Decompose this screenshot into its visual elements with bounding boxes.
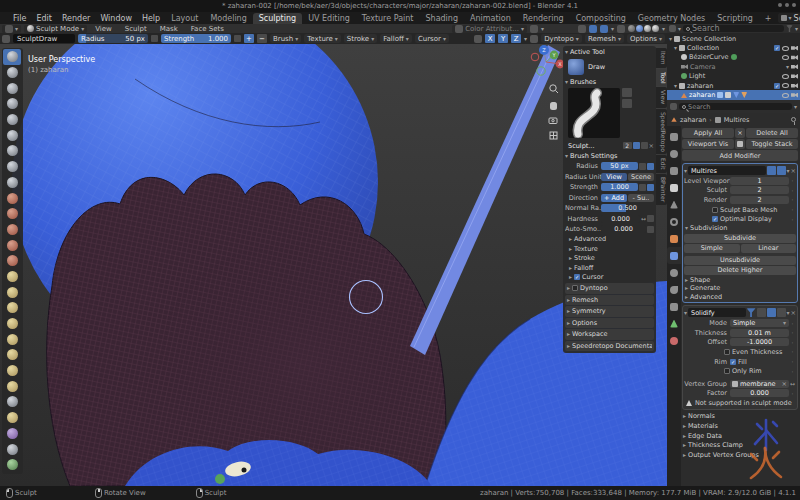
properties-editor-icon[interactable] xyxy=(670,103,677,110)
brush-name-input[interactable]: Sculpt... xyxy=(565,142,622,150)
workspace-tab-layout[interactable]: Layout xyxy=(165,13,204,24)
eye-icon[interactable] xyxy=(782,74,789,79)
overlays-toggle-icon[interactable] xyxy=(600,25,608,33)
cursor-collapsed-panel[interactable]: ▸✓Cursor xyxy=(565,273,654,283)
brush-snake-hook-icon[interactable] xyxy=(3,300,21,316)
outliner-row-beziercurve[interactable]: BézierCurve xyxy=(667,53,800,62)
output-vertex-groups-collapsed-panel[interactable]: ▸Output Vertex Groups xyxy=(682,450,798,460)
remesh-dropdown[interactable]: Remesh▾ xyxy=(585,34,624,43)
optimal-display-checkbox[interactable]: ✓ xyxy=(712,216,718,222)
shading-wireframe-icon[interactable] xyxy=(628,25,635,32)
solidify-remove-icon[interactable]: × xyxy=(791,309,796,317)
texture-collapsed-panel[interactable]: ▸Texture xyxy=(565,244,654,254)
add-modifier-button[interactable]: Add Modifier xyxy=(682,150,798,161)
window-controls[interactable] xyxy=(778,3,796,7)
camera-toggle-icon[interactable] xyxy=(791,55,798,60)
falloff-collapsed-panel[interactable]: ▸Falloff xyxy=(565,263,654,273)
brush-dropdown[interactable]: Brush▾ xyxy=(270,34,301,43)
breadcrumb-modifier[interactable]: Multires xyxy=(724,116,750,124)
outliner-filter-icon[interactable] xyxy=(786,25,793,32)
solidify-render-display-icon[interactable] xyxy=(777,308,786,317)
radius-unit-view-button[interactable]: View xyxy=(601,173,627,181)
strength-copy-icon[interactable] xyxy=(639,184,646,191)
window-button-icon[interactable] xyxy=(785,3,789,7)
stroke-collapsed-panel[interactable]: ▸Stroke xyxy=(565,254,654,264)
multires-name-field[interactable]: Multires xyxy=(688,166,766,175)
sculpt-level-field[interactable]: 2 xyxy=(730,186,789,194)
tab-physics-icon[interactable] xyxy=(667,281,681,298)
brush-rotate-icon[interactable] xyxy=(3,363,21,379)
brush-subtract-button[interactable]: − xyxy=(257,34,267,43)
hardness-slider[interactable]: 0.000 xyxy=(601,215,640,223)
hardness-copy-icon[interactable] xyxy=(647,215,654,222)
brush-users-count[interactable]: 2 xyxy=(623,142,632,149)
mode-selector[interactable]: Sculpt Mode▾ xyxy=(24,25,87,33)
menu-view[interactable]: View xyxy=(90,25,117,33)
edge-data-collapsed-panel[interactable]: ▸Edge Data xyxy=(682,431,798,441)
workspace-tab-rendering[interactable]: Rendering xyxy=(517,13,570,24)
eye-icon[interactable] xyxy=(782,46,789,51)
brush-draw-face-sets-icon[interactable] xyxy=(3,457,21,473)
tab-world-icon[interactable] xyxy=(667,213,681,230)
brush-grab-icon[interactable] xyxy=(3,269,21,285)
camera-toggle-icon[interactable] xyxy=(791,64,798,69)
breadcrumb-object[interactable]: zaharan xyxy=(680,116,706,124)
symmetry-x-toggle[interactable]: X xyxy=(485,34,495,43)
strength-pressure-icon[interactable] xyxy=(647,184,654,191)
color-attribute-selector[interactable]: Color Attribut...▾ xyxy=(452,25,527,33)
brush-flatten-icon[interactable] xyxy=(3,206,21,222)
outliner-row-light[interactable]: Light xyxy=(667,72,800,81)
solidify-name-field[interactable]: Solidify xyxy=(688,308,746,317)
multires-viewport-display-icon[interactable] xyxy=(767,166,776,175)
brush-nudge-icon[interactable] xyxy=(3,347,21,363)
tab-scene-icon[interactable] xyxy=(667,196,681,213)
radius-copy-icon[interactable] xyxy=(639,163,646,170)
solidify-editmode-icon[interactable] xyxy=(757,308,766,317)
camera-toggle-icon[interactable] xyxy=(791,83,798,88)
thickness-clamp-collapsed-panel[interactable]: ▸Thickness Clamp xyxy=(682,440,798,450)
brush-image-icon[interactable] xyxy=(622,99,632,108)
options-dropdown[interactable]: Options▾ xyxy=(627,34,665,43)
normals-collapsed-panel[interactable]: ▸Normals xyxy=(682,412,798,422)
collection-checkbox[interactable]: ✓ xyxy=(774,45,780,51)
scene-selector[interactable]: ▾ Scene × xyxy=(778,13,800,23)
outliner-search-input[interactable]: Search xyxy=(683,25,784,32)
delete-all-button[interactable]: Delete All xyxy=(746,128,798,138)
advanced-collapsed-panel[interactable]: ▸Advanced xyxy=(684,293,796,302)
thickness-field[interactable]: 0.01 m xyxy=(730,329,789,337)
outliner-row-zaharan-object[interactable]: zaharan xyxy=(667,90,800,99)
cursor-dropdown[interactable]: Cursor▾ xyxy=(415,34,449,43)
eye-icon[interactable] xyxy=(782,93,789,98)
workspace-tab-geometry-nodes[interactable]: Geometry Nodes xyxy=(632,13,711,24)
tab-data-icon[interactable] xyxy=(667,315,681,332)
subdivide-button[interactable]: Subdivide xyxy=(684,234,796,243)
brush-datablock-icon[interactable] xyxy=(2,35,10,43)
workspace-tab-texture-paint[interactable]: Texture Paint xyxy=(356,13,420,24)
viewport-vis-button[interactable]: Viewport Vis xyxy=(682,139,734,149)
brush-preview-thumbnail[interactable] xyxy=(568,88,620,138)
brush-clay-icon[interactable] xyxy=(3,80,21,96)
sidebar-tab-edit[interactable]: Edit xyxy=(656,155,667,173)
brush-mask-icon[interactable] xyxy=(3,441,21,457)
unsubdivide-button[interactable]: Unsubdivide xyxy=(684,256,796,265)
gizmos-toggle-icon[interactable] xyxy=(589,25,597,33)
shading-rendered-icon[interactable] xyxy=(652,25,659,32)
radius-unit-scene-button[interactable]: Scene xyxy=(628,173,654,181)
invert-vertex-group-icon[interactable]: ↔ xyxy=(789,380,796,387)
outliner-row-collection[interactable]: ▾ Collection ✓ xyxy=(667,43,800,52)
symmetry-y-toggle[interactable]: Y xyxy=(498,34,508,43)
strength-pressure-icon[interactable] xyxy=(234,35,241,42)
menu-face-sets[interactable]: Face Sets xyxy=(186,25,229,33)
outliner-row-camera[interactable]: Camera ▾ xyxy=(667,62,800,71)
workspace-tab-scripting[interactable]: Scripting xyxy=(711,13,759,24)
brush-scrape-icon[interactable] xyxy=(3,237,21,253)
tab-material-icon[interactable] xyxy=(667,332,681,349)
draw-tool-icon[interactable] xyxy=(568,59,584,75)
window-button-icon[interactable] xyxy=(778,3,782,7)
sculpt-base-mesh-checkbox[interactable] xyxy=(712,207,718,213)
brush-elastic-deform-icon[interactable] xyxy=(3,284,21,300)
brush-select-dropdown-icon[interactable] xyxy=(622,88,632,97)
fake-user-shield-icon[interactable] xyxy=(633,142,640,149)
clear-x-button[interactable]: × xyxy=(735,128,745,138)
tab-viewlayer-icon[interactable] xyxy=(667,179,681,196)
